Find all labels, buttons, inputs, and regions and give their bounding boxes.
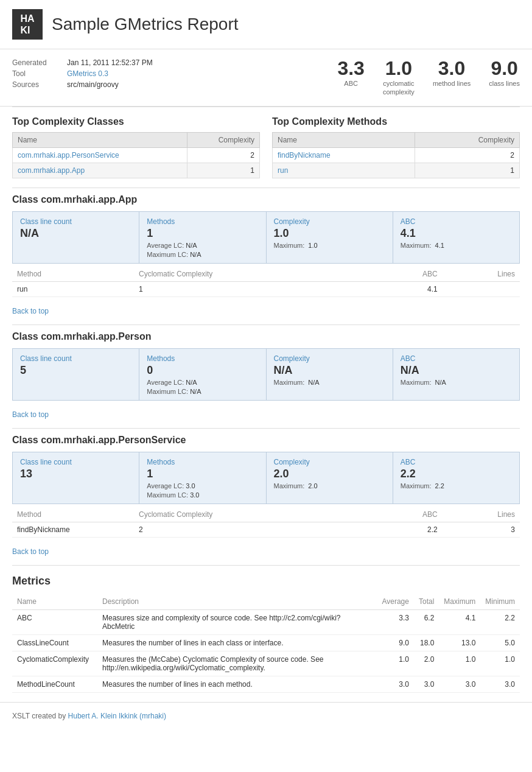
method-cyclomatic-run: 1: [134, 281, 372, 297]
back-to-top-link-2[interactable]: Back to top: [12, 410, 49, 419]
stat-class-lines: 9.0 class lines: [489, 58, 520, 88]
class-person-metric-abc-value: N/A: [401, 364, 512, 377]
class-app-metric-complexity-value: 1.0: [274, 227, 385, 240]
class-person-metric-methods-label[interactable]: Methods: [147, 354, 175, 363]
metrics-table: Name Description Average Total Maximum M…: [12, 594, 520, 693]
stat-method-lines-value: 3.0: [433, 58, 471, 78]
metrics-section: Metrics Name Description Average Total M…: [0, 566, 532, 702]
class-personservice-metric-methods-value: 1: [147, 468, 258, 480]
class-personservice-metric-abc: ABC 2.2 Maximum: 2.2: [393, 452, 519, 504]
class-app-metric-methods-value: 1: [147, 227, 258, 240]
generated-value: Jan 11, 2011 12:52:37 PM: [67, 58, 153, 67]
class-app-metric-complexity-sub: Maximum: 1.0: [274, 242, 385, 249]
class-person-metric-complexity-sub: Maximum: N/A: [274, 379, 385, 386]
metrics-total-methodlinecount: 3.0: [414, 676, 439, 692]
footer-link[interactable]: Hubert A. Klein Ikkink (mrhaki): [68, 712, 166, 720]
ps-method-cyclomatic-1: 2: [134, 522, 372, 537]
method-col-name: Method: [12, 267, 134, 282]
metrics-avg-cyclomatic: 1.0: [377, 651, 413, 676]
class-person-metric-methods-sub2: Maximum LC: N/A: [147, 388, 258, 395]
class-person-metrics-grid: Class line count 5 Methods 0 Average LC:…: [12, 348, 520, 401]
table-row: CyclomaticComplexity Measures the (McCab…: [12, 651, 520, 676]
class-personservice-metric-methods: Methods 1 Average LC: 3.0 Maximum LC: 3.…: [139, 452, 266, 504]
metrics-max-classlinecount: 13.0: [439, 634, 480, 651]
stat-class-lines-label: class lines: [489, 79, 520, 88]
top-method-name-1: findByNickname: [273, 147, 415, 163]
top-class-link-1[interactable]: com.mrhaki.app.PersonService: [18, 151, 119, 160]
footer: XSLT created by Hubert A. Klein Ikkink (…: [0, 702, 532, 729]
method-col-cyclomatic: Cyclomatic Complexity: [134, 267, 372, 282]
tool-link[interactable]: GMetrics 0.3: [67, 69, 108, 78]
top-classes-table: Name Complexity com.mrhaki.app.PersonSer…: [12, 132, 260, 178]
back-to-top-2: Back to top: [0, 407, 532, 428]
top-classes-col-name: Name: [13, 132, 187, 147]
class-person-metric-methods-sub1: Average LC: N/A: [147, 379, 258, 386]
back-to-top-1: Back to top: [0, 303, 532, 325]
class-person-metric-abc-label[interactable]: ABC: [401, 354, 416, 363]
back-to-top-link-1[interactable]: Back to top: [12, 307, 49, 315]
class-app-metric-abc: ABC 4.1 Maximum: 4.1: [393, 212, 519, 263]
metrics-col-name: Name: [12, 594, 97, 610]
class-app-metric-methods-label[interactable]: Methods: [147, 217, 175, 226]
ps-method-name-1: findByNickname: [12, 522, 134, 537]
stat-abc: 3.3 ABC: [337, 58, 364, 88]
class-person-metric-methods-value: 0: [147, 364, 258, 377]
method-abc-run: 4.1: [372, 281, 443, 297]
class-app-title: Class com.mrhaki.app.App: [12, 194, 520, 205]
ps-method-col-lines: Lines: [443, 507, 520, 522]
class-person-metric-complexity-label[interactable]: Complexity: [274, 354, 310, 363]
class-personservice-metric-complexity-sub: Maximum: 2.0: [274, 482, 385, 490]
class-personservice-metric-abc-label[interactable]: ABC: [401, 458, 416, 466]
class-personservice-metric-lines-value: 13: [20, 468, 131, 480]
class-app-metric-abc-label[interactable]: ABC: [401, 217, 416, 226]
stat-abc-value: 3.3: [337, 58, 364, 78]
class-personservice-metric-lines: Class line count 13: [13, 452, 139, 504]
top-class-name-1: com.mrhaki.app.PersonService: [13, 147, 187, 163]
metrics-total-classlinecount: 18.0: [414, 634, 439, 651]
table-row: ClassLineCount Measures the number of li…: [12, 634, 520, 651]
top-method-link-1[interactable]: findByNickname: [278, 151, 331, 160]
meta-stats: 3.3 ABC 1.0 cyclomaticcomplexity 3.0 met…: [337, 58, 520, 97]
top-methods-col-name: Name: [273, 132, 415, 147]
ps-method-col-abc: ABC: [372, 507, 443, 522]
metrics-avg-methodlinecount: 3.0: [377, 676, 413, 692]
top-complexity-classes: Top Complexity Classes Name Complexity c…: [12, 116, 260, 178]
stat-method-lines-label: method lines: [433, 79, 471, 88]
logo: HAKI: [12, 9, 43, 40]
metrics-desc-abc: Measures size and complexity of source c…: [97, 609, 377, 634]
top-methods-col-complexity: Complexity: [415, 132, 519, 147]
top-complexity-methods: Top Complexity Methods Name Complexity f…: [272, 116, 520, 178]
ps-method-col-name: Method: [12, 507, 134, 522]
class-app-metric-abc-value: 4.1: [401, 227, 512, 240]
class-app-metric-lines-label[interactable]: Class line count: [20, 217, 72, 226]
class-person-metric-lines-label[interactable]: Class line count: [20, 354, 72, 363]
metrics-col-minimum: Minimum: [480, 594, 520, 610]
class-person-metric-lines-value: 5: [20, 364, 131, 377]
back-to-top-link-3[interactable]: Back to top: [12, 547, 49, 556]
stat-abc-label: ABC: [337, 79, 364, 88]
method-col-lines: Lines: [443, 267, 520, 282]
table-row: findByNickname 2 2.2 3: [12, 522, 520, 537]
metrics-min-cyclomatic: 1.0: [480, 651, 520, 676]
class-app-metric-complexity-label[interactable]: Complexity: [274, 217, 310, 226]
top-class-link-2[interactable]: com.mrhaki.app.App: [18, 166, 85, 175]
class-personservice-metric-lines-label[interactable]: Class line count: [20, 458, 72, 466]
top-method-complexity-1: 2: [415, 147, 519, 163]
class-app-metric-lines: Class line count N/A: [13, 212, 139, 263]
metrics-desc-methodlinecount: Measures the number of lines in each met…: [97, 676, 377, 692]
metrics-min-abc: 2.2: [480, 609, 520, 634]
stat-cyclomatic-label: cyclomaticcomplexity: [383, 79, 415, 97]
generated-label: Generated: [12, 58, 55, 67]
class-personservice-metric-methods-sub1: Average LC: 3.0: [147, 482, 258, 490]
top-method-complexity-2: 1: [415, 163, 519, 178]
class-personservice-metric-complexity-label[interactable]: Complexity: [274, 458, 310, 466]
top-classes-title: Top Complexity Classes: [12, 116, 260, 127]
top-method-link-2[interactable]: run: [278, 166, 288, 175]
class-app-metric-methods-sub2: Maximum LC: N/A: [147, 251, 258, 258]
top-methods-title: Top Complexity Methods: [272, 116, 520, 127]
metrics-max-cyclomatic: 1.0: [439, 651, 480, 676]
class-personservice-metric-methods-label[interactable]: Methods: [147, 458, 175, 466]
header: HAKI Sample GMetrics Report: [0, 0, 532, 49]
class-personservice-section: Class com.mrhaki.app.PersonService Class…: [0, 429, 532, 544]
page-title: Sample GMetrics Report: [52, 15, 239, 34]
